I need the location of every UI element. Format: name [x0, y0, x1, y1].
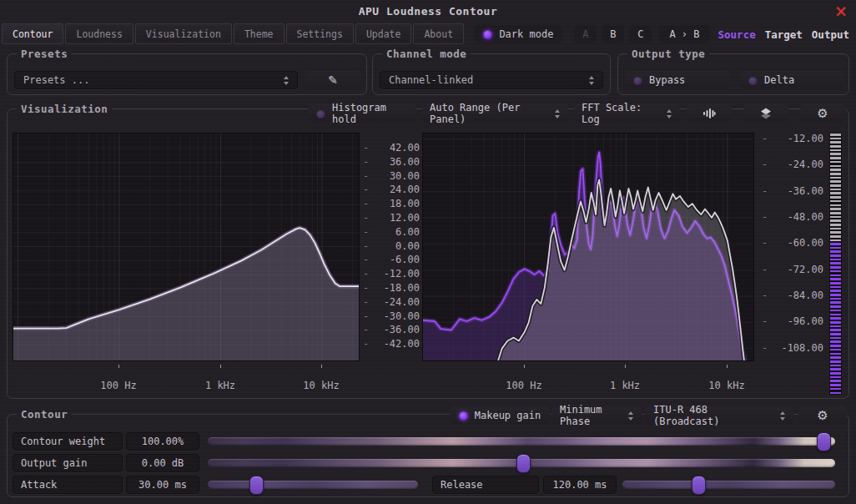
close-icon[interactable]: × — [834, 1, 848, 21]
freq-label: 100 Hz — [506, 380, 541, 391]
contour-group-label: Contour — [17, 408, 72, 421]
freq-tick — [524, 365, 525, 368]
delta-led — [748, 76, 758, 85]
output-gain-label: Output gain — [13, 454, 123, 472]
updown-arrows-icon — [773, 411, 785, 421]
release-value[interactable]: 120.00 ms — [543, 476, 617, 494]
weighting-value: ITU-R 468 (Broadcast) — [653, 404, 767, 427]
freq-label: 1 kHz — [205, 380, 235, 391]
channel-mode-value: Channel-linked — [389, 74, 473, 86]
contour-curve-panel[interactable] — [13, 133, 360, 361]
db-tick: --30.00 — [363, 311, 420, 322]
output-gain-slider[interactable] — [208, 459, 835, 467]
center-db-axis: -42.00-36.00-30.00-24.00-18.00-12.00-6.0… — [363, 133, 420, 361]
view-source-button[interactable]: Source — [718, 28, 756, 41]
tab-loudness[interactable]: Loudness — [65, 23, 133, 44]
channel-mode-group-label: Channel mode — [382, 48, 471, 60]
fft-scale-dropdown[interactable]: FFT Scale: Log — [573, 104, 680, 123]
updown-arrows-icon — [660, 109, 672, 118]
right-db-axis: --12.00--24.00--36.00--48.00--60.00--72.… — [762, 133, 823, 361]
db-tick: --48.00 — [762, 212, 823, 223]
db-tick: --36.00 — [363, 325, 420, 335]
slot-b-button[interactable]: B — [602, 25, 624, 43]
tab-about[interactable]: About — [413, 23, 464, 44]
makeup-gain-label: Makeup gain — [475, 410, 541, 421]
db-tick: -12.00 — [363, 213, 420, 224]
release-label: Release — [432, 476, 539, 494]
contour-group: Contour Makeup gain Minimum Phase ITU-R … — [7, 414, 849, 497]
slider-thumb[interactable] — [692, 476, 706, 495]
db-tick: --24.00 — [363, 297, 420, 308]
tab-visualization[interactable]: Visualization — [135, 23, 232, 44]
copy-a-to-b-button[interactable]: A › B — [659, 25, 709, 43]
gear-icon: ⚙ — [817, 106, 828, 121]
presets-dropdown-value: Presets ... — [23, 74, 89, 86]
db-tick: --60.00 — [762, 238, 823, 249]
contour-weight-value[interactable]: 100.00% — [126, 432, 199, 451]
histogram-hold-label: Histogram hold — [332, 102, 408, 125]
attack-value[interactable]: 30.00 ms — [126, 476, 199, 494]
auto-range-value: Auto Range (Per Panel) — [430, 102, 541, 125]
db-tick: --24.00 — [762, 159, 823, 170]
gear-icon: ⚙ — [817, 408, 828, 423]
contour-settings-button[interactable]: ⚙ — [798, 406, 847, 425]
db-tick: --12.00 — [762, 134, 823, 144]
app-window: APU Loudness Contour × ContourLoudnessVi… — [0, 0, 856, 504]
db-tick: --12.00 — [363, 269, 420, 280]
db-tick: -0.00 — [363, 241, 420, 252]
presets-dropdown[interactable]: Presets ... — [14, 71, 298, 89]
spectrum-panel[interactable] — [422, 133, 754, 361]
layers-button[interactable] — [743, 104, 788, 123]
db-tick: -18.00 — [363, 199, 420, 209]
output-type-group: Output type Bypass Delta — [617, 53, 849, 95]
db-tick: -36.00 — [363, 157, 420, 168]
output-gain-value[interactable]: 0.00 dB — [126, 454, 199, 472]
phase-dropdown[interactable]: Minimum Phase — [551, 406, 642, 425]
slot-a-button[interactable]: A — [574, 25, 597, 43]
output-type-group-label: Output type — [627, 48, 709, 60]
weighting-dropdown[interactable]: ITU-R 468 (Broadcast) — [645, 406, 793, 425]
slot-c-button[interactable]: C — [629, 25, 652, 43]
channel-mode-dropdown[interactable]: Channel-linked — [380, 71, 603, 89]
view-target-button[interactable]: Target — [765, 28, 803, 41]
freq-label: 1 kHz — [610, 380, 640, 391]
waveform-icon — [702, 107, 716, 120]
makeup-gain-toggle[interactable]: Makeup gain — [450, 406, 550, 425]
delta-toggle[interactable]: Delta — [740, 71, 843, 89]
updown-arrows-icon — [582, 76, 594, 85]
db-tick: -6.00 — [363, 227, 420, 238]
freq-tick — [727, 365, 728, 368]
attack-slider[interactable] — [208, 481, 418, 489]
tab-theme[interactable]: Theme — [234, 23, 284, 44]
slider-thumb[interactable] — [516, 454, 531, 473]
histogram-hold-toggle[interactable]: Histogram hold — [308, 104, 416, 123]
updown-arrows-icon — [277, 76, 289, 85]
spectrum-plot — [423, 134, 753, 360]
db-tick: --6.00 — [363, 255, 420, 265]
waveform-view-button[interactable] — [687, 104, 732, 123]
dark-mode-toggle[interactable]: Dark mode — [474, 25, 562, 43]
presets-group: Presets Presets ... ✎ — [7, 53, 367, 95]
db-tick: --18.00 — [363, 283, 420, 294]
visualization-group-label: Visualization — [17, 103, 112, 115]
tab-bar: ContourLoudnessVisualizationThemeSetting… — [2, 23, 464, 44]
freq-label: 10 kHz — [708, 380, 744, 391]
release-slider[interactable] — [622, 481, 835, 489]
tab-settings[interactable]: Settings — [286, 23, 354, 44]
auto-range-dropdown[interactable]: Auto Range (Per Panel) — [421, 104, 568, 123]
tab-update[interactable]: Update — [355, 23, 412, 44]
slider-thumb[interactable] — [817, 432, 831, 451]
bypass-toggle[interactable]: Bypass — [625, 71, 730, 89]
updown-arrows-icon — [622, 411, 633, 421]
channel-mode-group: Channel mode Channel-linked — [372, 53, 611, 95]
freq-label: 100 Hz — [100, 380, 136, 391]
view-output-button[interactable]: Output — [812, 28, 849, 41]
pencil-icon: ✎ — [328, 73, 338, 87]
delta-label: Delta — [764, 74, 794, 86]
tab-contour[interactable]: Contour — [2, 23, 63, 44]
contour-weight-label: Contour weight — [13, 432, 123, 451]
slider-thumb[interactable] — [249, 476, 264, 495]
contour-weight-slider[interactable] — [208, 437, 835, 446]
visualization-settings-button[interactable]: ⚙ — [800, 104, 845, 123]
edit-preset-button[interactable]: ✎ — [305, 71, 361, 89]
